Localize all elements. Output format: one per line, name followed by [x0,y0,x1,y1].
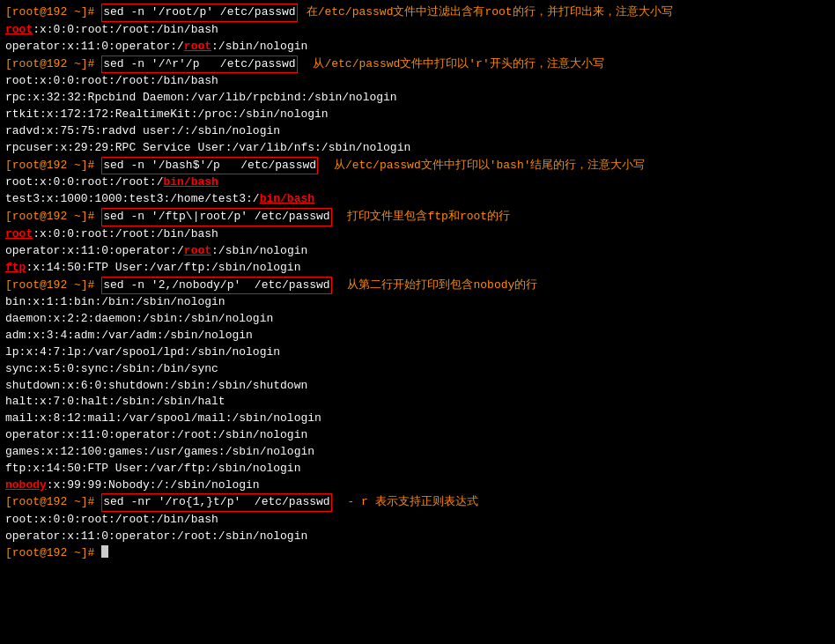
command-6: sed -nr '/ro{1,}t/p' /etc/passwd [101,493,331,512]
command-2: sed -n '/^r'/p /etc/passwd [101,56,297,74]
output-5-9: operator:x:11:0:operator:/root:/sbin/nol… [5,427,830,444]
output-4-1: root:x:0:0:root:/root:/bin/bash [5,226,830,243]
highlight-root-1: root [5,22,33,39]
comment-1: 在/etc/passwd文件中过滤出含有root的行，并打印出来，注意大小写 [307,4,673,21]
prompt-5: [root@192 ~]# [5,278,101,294]
command-1: sed -n '/root/p' /etc/passwd [101,4,297,22]
command-line-5: [root@192 ~]# sed -n '2,/nobody/p' /etc/… [5,277,830,295]
output-5-5: sync:x:5:0:sync:/sbin:/bin/sync [5,361,830,378]
highlight-bash-2: bin/bash [260,191,314,208]
command-line-3: [root@192 ~]# sed -n '/bash$'/p /etc/pas… [5,157,830,175]
output-5-2: daemon:x:2:2:daemon:/sbin:/sbin/nologin [5,311,830,328]
prompt-6: [root@192 ~]# [5,494,101,511]
output-3-1: root:x:0:0:root:/root:/bin/bash [5,174,830,191]
command-line-4: [root@192 ~]# sed -n '/ftp\|root/p' /etc… [5,208,830,226]
comment-5: 从第二行开始打印到包含nobody的行 [341,278,538,294]
highlight-root-2: root [184,39,211,56]
output-4-2: operator:x:11:0:operator:/root:/sbin/nol… [5,243,830,260]
prompt-2: [root@192 ~]# [5,56,101,73]
output-2-3: rtkit:x:172:172:RealtimeKit:/proc:/sbin/… [5,107,830,123]
output-5-1: bin:x:1:1:bin:/bin:/sbin/nologin [5,294,830,311]
output-6-1: root:x:0:0:root:/root:/bin/bash [5,512,830,529]
highlight-root-4-1: root [5,226,33,243]
output-2-2: rpc:x:32:32:Rpcbind Daemon:/var/lib/rpcb… [5,90,830,107]
output-2-4: radvd:x:75:75:radvd user:/:/sbin/nologin [5,123,830,140]
prompt-3: [root@192 ~]# [5,158,101,174]
prompt-4: [root@192 ~]# [5,209,101,226]
output-5-12: nobody:x:99:99:Nobody:/:/sbin/nologin [5,477,830,494]
output-4-3: ftp:x:14:50:FTP User:/var/ftp:/sbin/nolo… [5,260,830,277]
prompt-7: [root@192 ~]# [5,545,101,562]
output-2-1: root:x:0:0:root:/root:/bin/bash [5,73,830,90]
highlight-nobody-1: nobody [5,477,47,494]
output-1-1: root:x:0:0:root:/root:/bin/bash [5,22,830,39]
command-line-7: [root@192 ~]# [5,545,830,562]
output-2-5: rpcuser:x:29:29:RPC Service User:/var/li… [5,140,830,157]
output-5-3: adm:x:3:4:adm:/var/adm:/sbin/nologin [5,328,830,344]
highlight-bash-1: bin/bash [163,174,218,191]
output-1-2: operator:x:11:0:operator:/root:/sbin/nol… [5,39,830,56]
command-line-1: [root@192 ~]# sed -n '/root/p' /etc/pass… [5,4,830,22]
output-5-6: shutdown:x:6:0:shutdown:/sbin:/sbin/shut… [5,378,830,395]
output-5-10: games:x:12:100:games:/usr/games:/sbin/no… [5,444,830,461]
terminal: [root@192 ~]# sed -n '/root/p' /etc/pass… [0,0,835,566]
cursor [101,545,108,558]
output-3-2: test3:x:1000:1000:test3:/home/test3:/bin… [5,191,830,208]
highlight-root-4-2: root [184,243,211,260]
highlight-ftp-1: ftp [5,260,26,277]
comment-4: 打印文件里包含ftp和root的行 [341,209,510,226]
comment-6: - r 表示支持正则表达式 [341,494,478,511]
command-3: sed -n '/bash$'/p /etc/passwd [101,157,318,175]
comment-2: 从/etc/passwd文件中打印以'r'开头的行，注意大小写 [307,56,604,73]
prompt-1: [root@192 ~]# [5,4,101,21]
output-6-2: operator:x:11:0:operator:/root:/sbin/nol… [5,529,830,545]
command-line-6: [root@192 ~]# sed -nr '/ro{1,}t/p' /etc/… [5,493,830,512]
command-4: sed -n '/ftp\|root/p' /etc/passwd [101,208,331,226]
command-5: sed -n '2,/nobody/p' /etc/passwd [101,277,331,295]
output-5-4: lp:x:4:7:lp:/var/spool/lpd:/sbin/nologin [5,344,830,361]
output-5-8: mail:x:8:12:mail:/var/spool/mail:/sbin/n… [5,411,830,427]
output-5-7: halt:x:7:0:halt:/sbin:/sbin/halt [5,394,830,411]
command-line-2: [root@192 ~]# sed -n '/^r'/p /etc/passwd… [5,56,830,74]
comment-3: 从/etc/passwd文件中打印以'bash'结尾的行，注意大小写 [327,158,645,174]
output-5-11: ftp:x:14:50:FTP User:/var/ftp:/sbin/nolo… [5,461,830,477]
